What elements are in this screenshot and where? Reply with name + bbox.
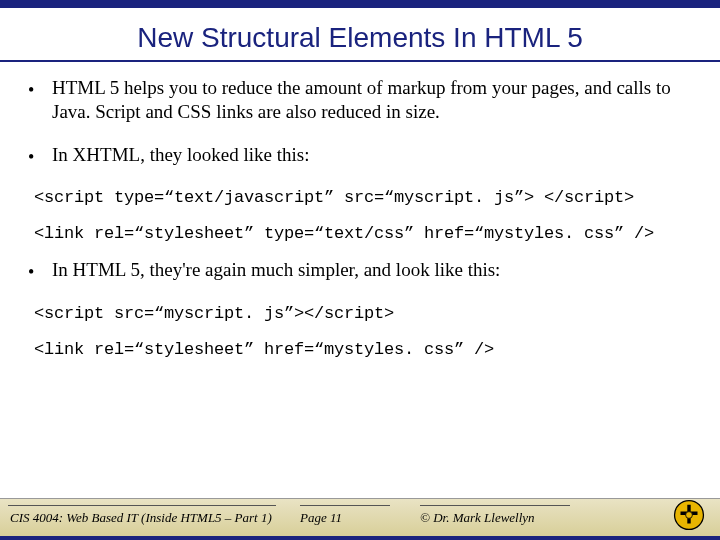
slide: New Structural Elements In HTML 5 HTML 5… xyxy=(0,0,720,540)
bullet-item: In XHTML, they looked like this: xyxy=(28,143,692,169)
bullet-item: In HTML 5, they're again much simpler, a… xyxy=(28,258,692,284)
bullet-item: HTML 5 helps you to reduce the amount of… xyxy=(28,76,692,125)
footer-course: CIS 4004: Web Based IT (Inside HTML5 – P… xyxy=(10,510,300,526)
bullet-dot-icon xyxy=(28,258,52,284)
slide-footer: CIS 4004: Web Based IT (Inside HTML5 – P… xyxy=(0,498,720,536)
code-snippet: <script src=“myscript. js”></script> xyxy=(34,303,692,325)
bullet-text: HTML 5 helps you to reduce the amount of… xyxy=(52,76,692,125)
bullet-text: In XHTML, they looked like this: xyxy=(52,143,692,169)
ucf-logo-icon xyxy=(672,498,706,532)
title-underline xyxy=(0,60,720,62)
bullet-dot-icon xyxy=(28,76,52,125)
slide-content: HTML 5 helps you to reduce the amount of… xyxy=(0,76,720,498)
bullet-dot-icon xyxy=(28,143,52,169)
code-snippet: <script type=“text/javascript” src=“mysc… xyxy=(34,187,692,209)
slide-title: New Structural Elements In HTML 5 xyxy=(0,8,720,60)
code-snippet: <link rel=“stylesheet” type=“text/css” h… xyxy=(34,223,692,245)
footer-author: © Dr. Mark Llewellyn xyxy=(420,510,590,526)
bullet-text: In HTML 5, they're again much simpler, a… xyxy=(52,258,692,284)
footer-page: Page 11 xyxy=(300,510,420,526)
footer-divider xyxy=(300,505,390,506)
svg-point-1 xyxy=(686,512,693,519)
code-snippet: <link rel=“stylesheet” href=“mystyles. c… xyxy=(34,339,692,361)
footer-divider xyxy=(8,505,276,506)
footer-divider xyxy=(420,505,570,506)
